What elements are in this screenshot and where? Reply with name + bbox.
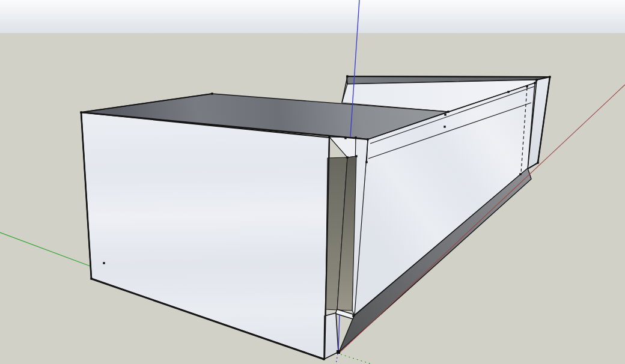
vertex-dot	[535, 79, 537, 80]
vertex-dot	[346, 75, 348, 77]
vertex-dot	[444, 126, 445, 127]
vertex-dot	[346, 156, 348, 158]
vertex-dot	[526, 85, 528, 87]
sky	[0, 0, 625, 33]
vertex-dot	[519, 173, 521, 175]
vertex-dot	[447, 111, 449, 112]
vertex-dot	[355, 155, 357, 157]
vertex-dot	[344, 137, 346, 139]
axes-origin-dot	[337, 350, 340, 354]
vertex-dot	[328, 136, 330, 138]
vertex-dot	[365, 161, 367, 163]
vertex-dot	[355, 136, 356, 138]
model-canvas[interactable]	[0, 0, 625, 364]
sketchup-viewport[interactable]	[0, 0, 625, 364]
vertex-dot	[537, 162, 538, 163]
vertex-dot	[352, 315, 354, 317]
vertex-dot	[367, 138, 368, 140]
vertex-dot	[549, 76, 550, 77]
parapet-back-edge[interactable]	[347, 76, 550, 77]
vertex-dot	[534, 82, 535, 83]
vertex-dot	[103, 262, 105, 264]
vertex-dot	[211, 93, 213, 94]
vertex-dot	[444, 114, 446, 115]
notch-column-face[interactable]	[324, 313, 338, 359]
vertex-dot	[507, 91, 509, 93]
vertex-dot	[90, 278, 92, 279]
vertex-dot	[80, 111, 82, 113]
vertex-dot	[323, 358, 325, 360]
